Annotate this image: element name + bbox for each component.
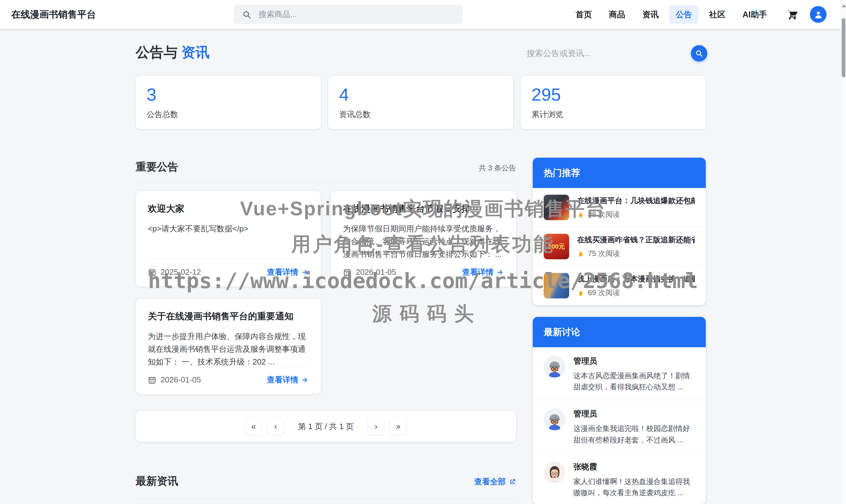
discussion-item[interactable]: 管理员 这本古风恋爱漫画集画风绝了！剧情甜虐交织，看得我疯狂心动又想 ...	[533, 347, 706, 400]
news-section-header: 最新资讯 查看全部	[136, 474, 516, 488]
top-navbar: 在线漫画书销售平台 首页 商品 资讯 公告 社区 AI助手	[0, 0, 846, 29]
flame-icon	[577, 211, 584, 218]
discussion-item[interactable]: 管理员 这漫画全集我追完啦！校园恋剧情好甜但有些桥段好老套，不过画风 ...	[533, 400, 706, 452]
avatar	[543, 462, 566, 483]
stat-value: 4	[339, 85, 502, 104]
admin-avatar-icon	[543, 409, 566, 430]
announcement-search-input[interactable]	[526, 49, 691, 58]
announcement-date: 2026-01-05	[343, 268, 396, 277]
discussion-author: 管理员	[573, 409, 695, 419]
page-scrollbar[interactable]	[841, 0, 846, 504]
stat-value: 3	[146, 85, 310, 104]
discussion-text: 家人们谁懂啊！这热血漫合集追得我嗷嗷叫，每次看主角逆袭鸡皮疙 ...	[573, 476, 695, 498]
admin-avatar-icon	[543, 356, 566, 378]
hot-item-reads: 88 次阅读	[588, 210, 620, 219]
stat-card-views: 295 累计浏览	[521, 76, 706, 129]
announcement-date: 2026-01-05	[148, 375, 201, 384]
woman-avatar-icon	[543, 462, 566, 483]
person-icon	[814, 10, 823, 19]
page-indicator: 第 1 页 / 共 1 页	[298, 421, 354, 432]
announcement-footer: 2025-02-12 查看详情	[148, 259, 309, 277]
hot-item-reads: 69 次阅读	[588, 288, 620, 298]
nav-community[interactable]: 社区	[703, 5, 732, 24]
page-content: 公告与 资讯 3 公告总数 4 资讯总数 295 累计浏览 重要公告 共 3 条…	[0, 29, 846, 504]
announcement-card[interactable]: 关于在线漫画书销售平台的重要通知 为进一步提升用户体验、保障内容合规性，现就在线…	[136, 299, 321, 394]
view-detail-link[interactable]: 查看详情	[267, 267, 309, 277]
product-search-input[interactable]	[259, 10, 454, 19]
date-text: 2026-01-05	[356, 268, 396, 277]
nav-products[interactable]: 商品	[603, 5, 632, 24]
nav-ai-assistant[interactable]: AI助手	[736, 5, 774, 24]
announcements-heading: 重要公告	[136, 160, 178, 174]
nav-news[interactable]: 资讯	[636, 5, 665, 24]
announcement-footer: 2026-01-05 查看详情	[343, 259, 504, 277]
pagination: « ‹ 第 1 页 / 共 1 页 › »	[136, 411, 516, 442]
prev-page-button[interactable]: ‹	[267, 417, 284, 435]
discussion-text: 这本古风恋爱漫画集画风绝了！剧情甜虐交织，看得我疯狂心动又想 ...	[573, 370, 695, 392]
news-heading: 最新资讯	[136, 474, 178, 488]
announcement-excerpt: 为进一步提升用户体验、保障内容合规性，现就在线漫画书销售平台运营及服务调整事项通…	[148, 330, 309, 366]
external-link-icon	[509, 478, 516, 486]
avatar	[543, 409, 566, 430]
discussion-author: 张晓霞	[573, 462, 695, 472]
hot-item-thumbnail	[543, 195, 569, 220]
date-text: 2026-01-05	[160, 375, 201, 384]
hot-item[interactable]: 在线漫画平台：几块钱追爆款还包邮? 88 次阅读	[533, 188, 706, 227]
arrow-right-icon	[301, 376, 309, 384]
search-icon	[242, 10, 251, 19]
arrow-right-icon	[301, 268, 309, 276]
announcement-card[interactable]: 在线漫画书销售平台节假日安排 为保障节假日期间用户能持续享受优质服务，结合物流、…	[331, 191, 516, 287]
stat-card-announcements: 3 公告总数	[136, 76, 321, 129]
hot-item-thumbnail: 100元	[543, 234, 569, 259]
hot-item[interactable]: 线上漫画店：万本漫画指尖挑，追更超方便 69 次阅读	[533, 266, 706, 305]
view-detail-link[interactable]: 查看详情	[267, 375, 309, 385]
announcements-section-header: 重要公告 共 3 条公告	[136, 160, 516, 174]
next-page-button[interactable]: ›	[368, 417, 384, 435]
announcement-search-button[interactable]	[691, 45, 707, 61]
calendar-icon	[343, 268, 351, 276]
arrow-right-icon	[496, 268, 504, 276]
header-right: 首页 商品 资讯 公告 社区 AI助手	[569, 0, 827, 29]
hot-item[interactable]: 100元 在线买漫画咋省钱？正版追新还能省一半 75 次阅读	[533, 227, 706, 266]
cart-button[interactable]	[785, 8, 799, 21]
last-page-button[interactable]: »	[390, 417, 407, 435]
date-text: 2025-02-12	[160, 268, 201, 277]
announcement-title: 欢迎大家	[148, 202, 309, 215]
announcements-count: 共 3 条公告	[479, 163, 516, 174]
latest-discussions-panel: 最新讨论 管理员 这本古风恋爱漫画集画风绝了！剧情甜虐交织，看得我疯狂心动又想 …	[533, 317, 706, 504]
scrollbar-thumb[interactable]	[842, 18, 845, 77]
announcement-search	[526, 45, 707, 62]
view-all-link[interactable]: 查看全部	[474, 476, 516, 488]
avatar	[543, 356, 566, 378]
product-search-box[interactable]	[234, 5, 463, 24]
discussion-item[interactable]: 张晓霞 家人们谁懂啊！这热血漫合集追得我嗷嗷叫，每次看主角逆袭鸡皮疙 ...	[533, 453, 706, 504]
announcement-footer: 2026-01-05 查看详情	[148, 366, 309, 385]
announcement-title: 关于在线漫画书销售平台的重要通知	[148, 310, 309, 323]
search-icon	[695, 50, 703, 57]
hot-item-thumbnail	[543, 273, 569, 299]
discussion-author: 管理员	[573, 356, 695, 366]
hot-item-meta: 75 次阅读	[577, 249, 695, 258]
flame-icon	[577, 289, 584, 296]
hot-item-meta: 88 次阅读	[577, 210, 695, 219]
view-detail-label: 查看详情	[462, 267, 494, 277]
hot-recommendations-panel: 热门推荐 在线漫画平台：几块钱追爆款还包邮? 88 次阅读 100元 在线买漫画…	[533, 158, 706, 305]
nav-announcements[interactable]: 公告	[669, 5, 698, 24]
announcement-excerpt: 为保障节假日期间用户能持续享受优质服务，结合物流、客服等环节运营特点，现对本在线…	[343, 222, 504, 259]
page-title-accent: 资讯	[182, 44, 209, 60]
hot-item-title: 线上漫画店：万本漫画指尖挑，追更超方便	[577, 274, 695, 284]
announcement-card[interactable]: 欢迎大家 <p>请大家不要乱写数据</p> 2025-02-12 查看详情	[136, 191, 321, 287]
view-detail-label: 查看详情	[267, 375, 298, 385]
scrollbar-up-arrow[interactable]	[842, 4, 846, 7]
user-avatar-button[interactable]	[810, 6, 827, 23]
stat-card-news: 4 资讯总数	[328, 76, 513, 129]
hot-item-title: 在线漫画平台：几块钱追爆款还包邮?	[577, 196, 695, 205]
announcement-date: 2025-02-12	[148, 268, 201, 277]
nav-home[interactable]: 首页	[569, 5, 598, 24]
view-detail-link[interactable]: 查看详情	[462, 267, 504, 277]
page-title: 公告与 资讯	[136, 43, 209, 62]
first-page-button[interactable]: «	[245, 417, 262, 435]
discussions-panel-heading: 最新讨论	[533, 317, 706, 347]
cart-icon	[787, 9, 798, 20]
thumbnail-badge: 100元	[548, 242, 565, 251]
